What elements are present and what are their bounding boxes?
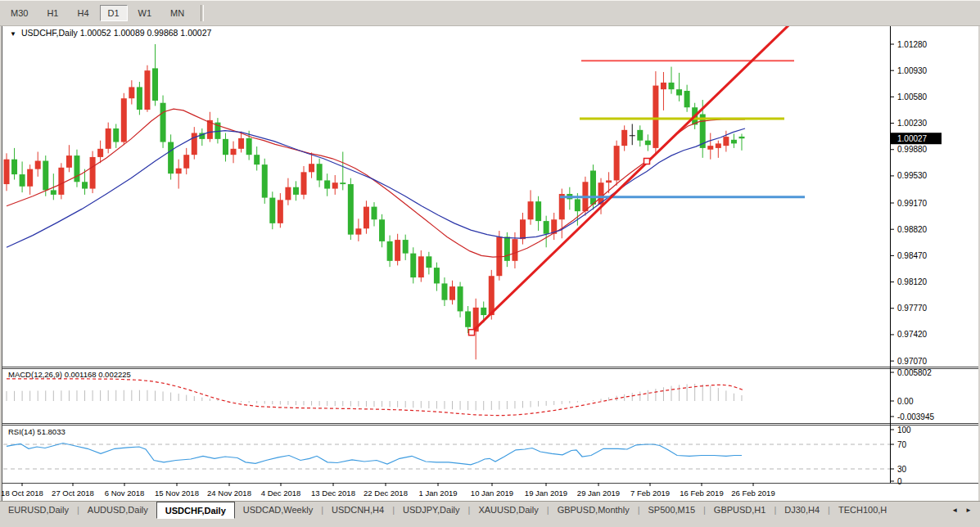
candle-body <box>74 155 79 182</box>
price-axis-label: 1.00580 <box>897 92 928 101</box>
date-axis-label: 10 Jan 2019 <box>471 489 513 498</box>
timeframe-button-h4[interactable]: H4 <box>69 5 97 21</box>
candle-body <box>379 219 385 241</box>
candle-body <box>426 256 431 268</box>
candle-body <box>707 146 713 150</box>
price-axis-label: 0.99530 <box>897 171 928 180</box>
date-axis-label: 27 Oct 2018 <box>52 489 94 498</box>
candle-body <box>716 143 721 148</box>
candle-body <box>168 142 174 174</box>
candle-body <box>575 199 580 211</box>
candle-body <box>535 201 541 221</box>
candle-body <box>481 308 486 315</box>
candle-body <box>293 187 299 195</box>
candle-body <box>614 146 620 180</box>
candle-body <box>676 89 682 95</box>
price-axis-label: 1.01280 <box>897 40 928 49</box>
price-axis-label: 0.97070 <box>897 357 928 366</box>
candle-body <box>324 180 330 188</box>
chart-tab-dj30[interactable]: DJ30,H4 <box>776 502 828 517</box>
candle-body <box>504 236 510 260</box>
candle-body <box>403 240 409 254</box>
candle-body <box>606 180 612 182</box>
chart-tab-usdcnh[interactable]: USDCNH,H4 <box>323 502 392 517</box>
candle-body <box>137 87 142 110</box>
candle-body <box>4 160 10 184</box>
candle-body <box>621 130 627 146</box>
date-axis-label: 29 Jan 2019 <box>577 489 620 498</box>
date-axis-label: 1 Jan 2019 <box>418 489 457 498</box>
candle-body <box>458 286 463 311</box>
chart-tab-sp500[interactable]: SP500,M15 <box>640 502 703 517</box>
timeframe-toolbar: M30H1H4D1W1MN <box>0 0 980 26</box>
candle-body <box>262 164 268 197</box>
candle-body <box>465 311 471 327</box>
chart-tab-gbpusd[interactable]: GBPUSD,Monthly <box>549 502 638 517</box>
mt4-window: M30H1H4D1W1MN ▼USDCHF,Daily 1.00052 1.00… <box>0 0 980 527</box>
candle-body <box>254 155 260 164</box>
chart-tab-gbpusd[interactable]: GBPUSD,H1 <box>706 502 775 517</box>
candle-body <box>669 83 675 89</box>
candle-body <box>723 137 729 146</box>
trend-line-anchor[interactable] <box>644 158 650 164</box>
chart-tab-eurusd[interactable]: EURUSD,Daily <box>0 502 77 517</box>
tab-scroll-arrows: ◄► <box>951 502 980 514</box>
timeframe-button-d1[interactable]: D1 <box>100 5 128 21</box>
timeframe-button-mn[interactable]: MN <box>162 5 192 21</box>
candle-body <box>661 83 666 89</box>
scroll-tabs-left-button[interactable]: ◄ <box>951 507 958 514</box>
chart-tab-usdjpy[interactable]: USDJPY,Daily <box>395 502 468 517</box>
price-axis-label: 0.98470 <box>897 251 928 260</box>
chart-tab-tech100[interactable]: TECH100,H <box>830 502 895 517</box>
date-axis-label: 13 Dec 2018 <box>311 489 355 498</box>
candle-body <box>340 182 345 184</box>
chart-title-ohlc: USDCHF,Daily 1.00052 1.00089 0.99868 1.0… <box>21 28 211 38</box>
candle-body <box>176 169 182 173</box>
price-chart-svg: ▼USDCHF,Daily 1.00052 1.00089 0.99868 1.… <box>0 0 980 527</box>
rsi-axis-label: 30 <box>897 465 907 474</box>
date-axis-label: 24 Nov 2018 <box>207 489 251 498</box>
candle-body <box>35 161 41 169</box>
candle-body <box>348 184 354 235</box>
candle-body <box>653 86 658 148</box>
candle-body <box>11 160 17 174</box>
chart-tab-usdcad[interactable]: USDCAD,Weekly <box>235 502 321 517</box>
date-axis-label: 18 Oct 2018 <box>1 489 43 498</box>
macd-axis-label: 0.00 <box>897 397 914 406</box>
date-axis-label: 7 Feb 2019 <box>630 489 670 498</box>
candle-body <box>246 138 252 155</box>
candle-body <box>51 190 56 195</box>
timeframe-button-m30[interactable]: M30 <box>2 5 36 21</box>
candle-body <box>684 91 690 107</box>
candle-body <box>630 135 635 136</box>
candle-body <box>544 221 549 234</box>
current-price-label: 1.00027 <box>897 134 928 143</box>
candle-body <box>223 139 228 155</box>
candle-body <box>27 169 33 187</box>
candle-body <box>309 164 314 172</box>
trend-line-anchor[interactable] <box>469 330 475 336</box>
candle-body <box>528 201 534 219</box>
timeframe-button-w1[interactable]: W1 <box>130 5 160 21</box>
candle-body <box>269 198 275 223</box>
candle-body <box>410 254 416 277</box>
price-axis-label: 0.98120 <box>897 277 928 286</box>
candle-body <box>364 207 369 229</box>
price-axis-label: 0.99170 <box>897 199 928 208</box>
price-axis-label: 0.98820 <box>897 225 928 234</box>
candle-body <box>285 187 291 200</box>
candle-body <box>301 172 307 195</box>
candle-body <box>192 133 197 155</box>
candle-body <box>512 239 517 261</box>
candle-body <box>129 87 134 98</box>
price-axis-label: 0.97420 <box>897 330 928 339</box>
date-axis-label: 15 Nov 2018 <box>155 489 199 498</box>
candle-body <box>355 228 361 234</box>
chart-tab-usdchf[interactable]: USDCHF,Daily <box>156 502 235 519</box>
chart-tab-xauusd[interactable]: XAUUSD,Daily <box>470 502 546 517</box>
chart-tab-audusd[interactable]: AUDUSD,Daily <box>79 502 156 517</box>
scroll-tabs-right-button[interactable]: ► <box>965 507 972 514</box>
date-axis-label: 4 Dec 2018 <box>261 489 301 498</box>
candle-body <box>231 149 237 155</box>
timeframe-button-h1[interactable]: H1 <box>38 5 66 21</box>
